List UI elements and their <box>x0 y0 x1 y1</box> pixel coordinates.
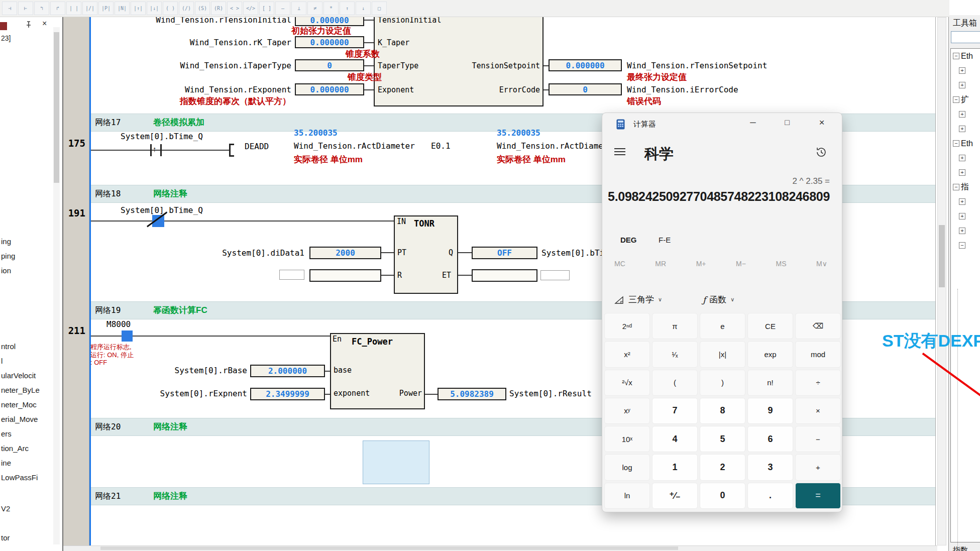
operand-address[interactable]: E0.1 <box>431 141 451 151</box>
ladder-tool-icon[interactable]: ⊢ <box>18 2 33 15</box>
input-var[interactable]: System[0].rExpnent <box>156 389 247 398</box>
toolbox-tree-row[interactable]: + <box>951 63 980 78</box>
contact-selected[interactable] <box>122 330 133 342</box>
calc-key[interactable]: 9 <box>747 398 793 424</box>
contact-bar-icon[interactable] <box>160 144 162 156</box>
calc-key[interactable]: 8 <box>700 398 745 424</box>
minimize-icon[interactable]: ─ <box>742 115 764 130</box>
calc-key[interactable]: ²√x <box>604 370 650 396</box>
value-box[interactable]: 0.000000 <box>295 83 364 95</box>
toolbox-tree-row[interactable]: − Eth <box>951 136 980 151</box>
value-box[interactable]: 0 <box>549 83 622 95</box>
tree-item[interactable]: ing <box>1 234 15 249</box>
tree-item[interactable]: ularVelocit <box>1 368 40 383</box>
expand-toggle-icon[interactable]: + <box>959 155 965 161</box>
tree-item[interactable]: ping <box>1 249 15 263</box>
ladder-tool-icon[interactable]: (S) <box>195 2 210 15</box>
calc-key[interactable]: 10ˣ <box>604 426 650 452</box>
toolbox-tree-row[interactable]: + <box>951 224 980 238</box>
calc-key[interactable]: 0 <box>700 483 745 509</box>
toolbox-tree-row[interactable]: − 指 <box>951 180 980 194</box>
calc-key[interactable]: 6 <box>747 426 793 452</box>
expand-toggle-icon[interactable]: + <box>959 67 965 74</box>
input-var[interactable]: System[0].rBase <box>161 366 247 375</box>
expand-toggle-icon[interactable]: + <box>959 213 965 219</box>
network-comment[interactable]: 网络注释 <box>153 490 187 502</box>
tree-item[interactable]: tion_Arc <box>1 441 40 456</box>
calc-key[interactable]: 5 <box>700 426 745 452</box>
tree-item[interactable]: ntrol <box>1 339 40 354</box>
expand-toggle-icon[interactable]: − <box>953 96 959 103</box>
value-box[interactable]: 2000 <box>309 247 381 259</box>
value-box[interactable]: 0.000000 <box>549 59 622 71</box>
calc-key[interactable]: ( <box>652 370 698 396</box>
expand-toggle-icon[interactable]: − <box>953 140 959 147</box>
tree-item[interactable]: neter_Moc <box>1 397 40 412</box>
memory-button[interactable]: MS <box>776 260 787 268</box>
expand-toggle-icon[interactable]: + <box>959 111 965 118</box>
toolbox-tree-row[interactable]: + <box>951 107 980 122</box>
editor-vertical-scrollbar-thumb[interactable] <box>939 225 945 287</box>
memory-button[interactable]: M− <box>736 260 746 268</box>
input-var[interactable]: Wind_Tension.rExponent <box>141 85 291 94</box>
expand-toggle-icon[interactable]: − <box>953 53 959 59</box>
toolbox-tree-row[interactable]: + <box>951 165 980 180</box>
memory-button[interactable]: M∨ <box>816 260 827 268</box>
calc-key[interactable]: xʸ <box>604 398 650 424</box>
ladder-tool-icon[interactable]: ≠ <box>307 2 322 15</box>
ladder-tool-icon[interactable]: < > <box>227 2 242 15</box>
toolbox-tree-row[interactable]: + <box>951 194 980 209</box>
network-comment[interactable]: 幂函数计算FC <box>153 304 207 316</box>
calc-key[interactable]: CE <box>747 313 793 339</box>
value-box[interactable]: 5.0982389 <box>438 388 506 400</box>
calc-key[interactable]: |x| <box>700 341 745 367</box>
value-box[interactable]: 0 <box>295 59 364 71</box>
tree-item-partial[interactable]: 23] <box>1 34 11 42</box>
output-var[interactable]: Wind_Tension.rTensionSetpoint <box>627 61 767 70</box>
close-icon[interactable]: × <box>811 115 833 130</box>
ladder-tool-icon[interactable]: ⊣ <box>2 2 17 15</box>
input-var[interactable]: Wind_Tension.iTaperType <box>141 61 291 70</box>
expand-toggle-icon[interactable]: − <box>953 184 959 190</box>
calc-key[interactable]: mod <box>795 341 841 367</box>
deg-toggle[interactable]: DEG <box>620 236 637 244</box>
ladder-tool-icon[interactable]: | | <box>66 2 81 15</box>
value-box[interactable]: 2.3499999 <box>250 388 325 400</box>
network-comment[interactable]: 卷径模拟累加 <box>153 117 204 128</box>
ladder-tool-icon[interactable]: ↱ <box>50 2 65 15</box>
expand-toggle-icon[interactable]: + <box>959 198 965 205</box>
value-box[interactable]: 0.000000 <box>295 36 364 48</box>
expand-toggle-icon[interactable]: − <box>959 242 965 249</box>
function-dropdown[interactable]: ƒ 函数 ∨ <box>703 294 734 305</box>
output-var[interactable]: System[0].bTi <box>541 248 604 258</box>
toolbox-tree-row[interactable]: + <box>951 122 980 136</box>
contact-var[interactable]: M8000 <box>106 319 131 329</box>
empty-operand-box[interactable] <box>279 270 304 280</box>
input-var[interactable]: Wind_Tension.rK_Taper <box>141 38 291 47</box>
output-var[interactable]: Wind_Tension.iErrorCode <box>627 85 738 94</box>
calc-key[interactable]: 7 <box>652 398 698 424</box>
fe-toggle[interactable]: F-E <box>659 236 671 244</box>
calc-key[interactable]: ÷ <box>795 370 841 396</box>
calc-key[interactable]: π <box>652 313 698 339</box>
calc-key[interactable]: e <box>700 313 745 339</box>
tree-item[interactable]: neter_ByLe <box>1 383 40 397</box>
ladder-tool-icon[interactable]: |↑| <box>131 2 146 15</box>
input-var[interactable]: System[0].diData1 <box>211 248 304 258</box>
calc-key[interactable]: n! <box>747 370 793 396</box>
ladder-tool-icon[interactable]: — <box>275 2 290 15</box>
memory-button[interactable]: MR <box>655 260 666 268</box>
expand-toggle-icon[interactable]: + <box>959 82 965 88</box>
toolbox-tree-row[interactable]: + <box>951 151 980 165</box>
ladder-tool-icon[interactable]: |↓| <box>147 2 162 15</box>
instruction-name[interactable]: DEADD <box>245 142 269 151</box>
toolbox-search-input[interactable] <box>951 31 980 43</box>
network-comment[interactable]: 网络注释 <box>153 188 187 199</box>
calc-key[interactable]: x² <box>604 341 650 367</box>
empty-value-box[interactable] <box>309 269 381 282</box>
tree-item[interactable]: erial_Move <box>1 412 40 426</box>
calc-key[interactable]: 2ⁿᵈ <box>604 313 650 339</box>
operand-var[interactable]: Wind_Tension.rActDiameter <box>294 141 415 151</box>
calc-key[interactable]: exp <box>747 341 793 367</box>
ladder-tool-icon[interactable]: (/) <box>179 2 194 15</box>
